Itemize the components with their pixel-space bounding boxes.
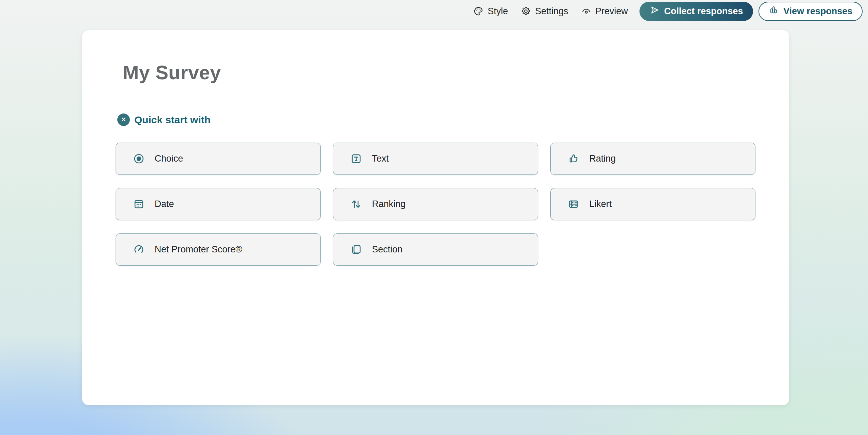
bar-chart-icon <box>769 5 778 17</box>
settings-button[interactable]: Settings <box>516 2 573 21</box>
survey-designer-card: My Survey Quick start with Choice <box>82 30 789 405</box>
eye-icon <box>581 6 591 16</box>
collect-responses-label: Collect responses <box>664 6 743 17</box>
preview-label: Preview <box>595 6 628 17</box>
close-icon <box>120 116 127 124</box>
quick-start-label: Quick start with <box>134 114 211 126</box>
gauge-icon <box>133 244 145 255</box>
question-type-rating[interactable]: Rating <box>550 143 755 175</box>
radio-choice-icon <box>133 153 145 165</box>
question-type-label: Date <box>155 199 174 209</box>
survey-title[interactable]: My Survey <box>123 61 221 84</box>
likert-grid-icon <box>568 198 579 210</box>
preview-button[interactable]: Preview <box>576 2 633 21</box>
topbar: Style Settings Preview Collect responses <box>469 0 863 22</box>
question-type-text[interactable]: Text <box>333 143 538 175</box>
collect-responses-button[interactable]: Collect responses <box>639 2 753 21</box>
question-type-label: Rating <box>589 153 616 164</box>
text-box-icon <box>350 153 362 165</box>
question-type-date[interactable]: Date <box>116 188 321 220</box>
question-type-label: Section <box>372 244 402 255</box>
question-type-label: Net Promoter Score® <box>155 244 242 255</box>
arrows-up-down-icon <box>350 198 362 210</box>
question-type-choice[interactable]: Choice <box>116 143 321 175</box>
thumb-up-icon <box>568 153 579 165</box>
question-type-nps[interactable]: Net Promoter Score® <box>116 233 321 266</box>
palette-icon <box>473 6 484 16</box>
question-type-label: Text <box>372 153 389 164</box>
question-type-label: Likert <box>589 199 612 209</box>
settings-label: Settings <box>535 6 568 17</box>
calendar-icon <box>133 198 145 210</box>
view-responses-label: View responses <box>783 6 852 17</box>
question-type-likert[interactable]: Likert <box>550 188 755 220</box>
question-type-label: Choice <box>155 153 183 164</box>
question-type-label: Ranking <box>372 199 406 209</box>
send-icon <box>650 5 659 17</box>
section-pages-icon <box>350 244 362 255</box>
quick-start-header: Quick start with <box>117 113 211 126</box>
question-type-ranking[interactable]: Ranking <box>333 188 538 220</box>
question-type-section[interactable]: Section <box>333 233 538 266</box>
forms-designer-page: { "topbar": { "items": [ { "label": "Sty… <box>0 0 868 435</box>
gear-icon <box>521 6 531 16</box>
close-quick-start-button[interactable] <box>117 113 130 126</box>
view-responses-button[interactable]: View responses <box>758 2 863 21</box>
style-button[interactable]: Style <box>469 2 513 21</box>
style-label: Style <box>488 6 508 17</box>
question-type-grid: Choice Text Rating <box>116 143 755 266</box>
